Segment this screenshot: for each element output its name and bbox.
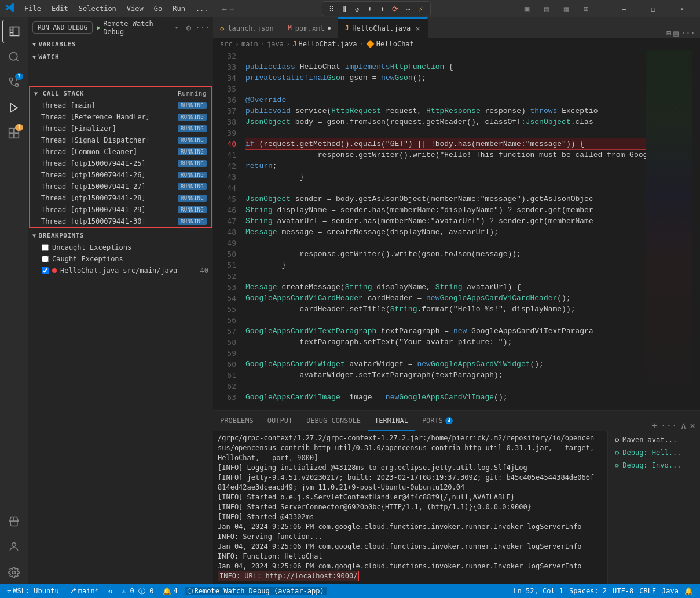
maven-panel-item[interactable]: ⚙ Maven-avat...: [613, 433, 695, 446]
debug-restart-btn[interactable]: ⟳: [390, 3, 401, 14]
terminal-line: Jan 04, 2024 9:25:06 PM com.google.cloud…: [218, 561, 603, 571]
layout-grid-btn[interactable]: ⊞: [577, 0, 595, 17]
debug-hotswap-btn[interactable]: ⋯: [402, 3, 414, 14]
panel-tab-terminal[interactable]: TERMINAL: [368, 411, 415, 431]
tab-close-icon[interactable]: ×: [415, 24, 420, 33]
activity-source-control[interactable]: 7: [2, 71, 25, 94]
debug-step-out-btn[interactable]: ⬆: [377, 3, 389, 14]
thread-item[interactable]: Thread [qtp1500079441-27] RUNNING: [30, 181, 211, 192]
line-number: 46: [218, 205, 236, 216]
status-wsl[interactable]: ⇌ WSL: Ubuntu: [5, 587, 61, 595]
split-editor-icon[interactable]: ⊞: [666, 28, 671, 38]
thread-item[interactable]: Thread [qtp1500079441-29] RUNNING: [30, 204, 211, 216]
code-line: cardHeader.setTitle(String.format("Hello…: [245, 304, 646, 315]
panel-tab-debug-console[interactable]: DEBUG CONSOLE: [299, 411, 368, 431]
status-spaces[interactable]: Spaces: 2: [567, 587, 609, 595]
menu-go[interactable]: Go: [149, 3, 167, 14]
status-errors[interactable]: ⚠ 0 ⓘ 0: [119, 586, 156, 596]
watch-header[interactable]: ▼ WATCH: [28, 50, 213, 63]
tabs-more-icon[interactable]: ···: [681, 28, 695, 38]
tabs-layout-icon[interactable]: ▤: [673, 28, 678, 38]
status-branch[interactable]: ⎇ main*: [66, 587, 101, 595]
panel-tab-ports[interactable]: PORTS 4: [415, 411, 460, 431]
debug-pause-btn[interactable]: ⏸: [339, 3, 350, 14]
debug-step-over-btn[interactable]: ↺: [351, 3, 363, 14]
thread-item[interactable]: Thread [main] RUNNING: [30, 100, 211, 111]
status-language[interactable]: Java: [659, 587, 681, 595]
debug-hell-panel-item[interactable]: ⚙ Debug: Hell...: [613, 446, 695, 459]
panel-tab-output[interactable]: OUTPUT: [261, 411, 299, 431]
menu-view[interactable]: View: [122, 3, 148, 14]
thread-item[interactable]: Thread [qtp1500079441-26] RUNNING: [30, 169, 211, 181]
debug-invo-panel-item[interactable]: ⚙ Debug: Invo...: [613, 459, 695, 472]
status-notifications[interactable]: 🔔 4: [160, 587, 179, 595]
thread-item[interactable]: Thread [Finalizer] RUNNING: [30, 123, 211, 134]
thread-item[interactable]: Thread [Common-Cleaner] RUNNING: [30, 146, 211, 158]
layout-bottom-btn[interactable]: ▦: [558, 0, 575, 17]
activity-search[interactable]: [2, 45, 25, 68]
close-btn[interactable]: ×: [669, 0, 695, 17]
breakpoints-header[interactable]: ▼ BREAKPOINTS: [28, 229, 213, 242]
layout-btn[interactable]: ▣: [518, 0, 536, 17]
call-stack-header[interactable]: ▼ CALL STACK Running: [30, 87, 211, 100]
status-sync[interactable]: ↻: [106, 587, 115, 595]
run-debug-button[interactable]: RUN AND DEBUG: [32, 21, 93, 34]
status-encoding[interactable]: UTF-8: [610, 587, 636, 595]
activity-debug[interactable]: [2, 96, 25, 119]
tab-hellochat-java[interactable]: J HelloChat.java ×: [338, 17, 428, 38]
minimize-btn[interactable]: —: [611, 0, 637, 17]
debug-continue-btn[interactable]: ⠿: [326, 3, 338, 14]
status-remote[interactable]: ⬡ Remote Watch Debug (avatar-app): [185, 587, 327, 595]
menu-file[interactable]: File: [20, 3, 46, 14]
editor-scrollbar[interactable]: [692, 50, 700, 410]
close-panel-btn[interactable]: ×: [690, 420, 695, 431]
activity-testing[interactable]: [2, 510, 25, 533]
menu-edit[interactable]: Edit: [47, 3, 73, 14]
code-line: avatarWidget.setTextParagraph(textParagr…: [245, 370, 646, 381]
code-content[interactable]: public class HelloChat implements HttpFu…: [241, 50, 646, 410]
breakpoint-item[interactable]: HelloChat.java src/main/java40: [28, 265, 213, 276]
breadcrumb-src[interactable]: src: [220, 40, 233, 48]
split-terminal-btn[interactable]: ···: [661, 420, 677, 431]
breadcrumb-java[interactable]: java: [267, 40, 284, 48]
debug-step-into-btn[interactable]: ⬇: [364, 3, 376, 14]
debug-lightning-btn[interactable]: ⚡: [415, 3, 427, 14]
breadcrumb-main[interactable]: main: [241, 40, 258, 48]
nav-forward[interactable]: →: [229, 4, 234, 13]
more-actions-icon[interactable]: ···: [197, 22, 208, 34]
encoding-label: UTF-8: [613, 587, 633, 595]
status-bell[interactable]: 🔔: [682, 587, 695, 595]
menu-more[interactable]: ...: [191, 3, 213, 14]
maximize-panel-btn[interactable]: ∧: [681, 420, 687, 431]
breakpoint-item[interactable]: Caught Exceptions: [28, 253, 213, 265]
thread-item[interactable]: Thread [qtp1500079441-30] RUNNING: [30, 216, 211, 227]
line-number: 56: [218, 315, 236, 326]
tab-pom-xml[interactable]: M pom.xml ●: [281, 17, 338, 38]
thread-item[interactable]: Thread [Reference Handler] RUNNING: [30, 111, 211, 123]
breadcrumb-file[interactable]: J HelloChat.java: [292, 40, 357, 48]
menu-run[interactable]: Run: [168, 3, 190, 14]
debug-config-dropdown[interactable]: ▶ Remote Watch Debug ▾: [97, 20, 178, 36]
breadcrumb-symbol[interactable]: 🔶 HelloChat: [366, 40, 414, 48]
tab-launch-json[interactable]: ⚙ launch.json: [213, 17, 281, 38]
activity-extensions[interactable]: 1: [2, 122, 25, 145]
status-eol[interactable]: CRLF: [637, 587, 658, 595]
nav-back[interactable]: ←: [222, 4, 227, 13]
activity-settings[interactable]: [2, 561, 25, 584]
panel-tab-problems[interactable]: PROBLEMS: [213, 411, 261, 431]
maximize-btn[interactable]: □: [640, 0, 666, 17]
terminal-content[interactable]: /grpc/grpc-context/1.27.2/grpc-context-1…: [213, 431, 607, 584]
ports-badge: 4: [445, 417, 453, 424]
variables-header[interactable]: ▼ VARIABLES: [28, 38, 213, 50]
thread-item[interactable]: Thread [qtp1500079441-28] RUNNING: [30, 192, 211, 204]
activity-explorer[interactable]: [2, 20, 25, 43]
layout-side-btn[interactable]: ▤: [538, 0, 555, 17]
thread-item[interactable]: Thread [qtp1500079441-25] RUNNING: [30, 158, 211, 169]
add-terminal-btn[interactable]: +: [651, 420, 657, 431]
activity-account[interactable]: [2, 535, 25, 559]
status-position[interactable]: Ln 52, Col 1: [511, 587, 566, 595]
breakpoint-item[interactable]: Uncaught Exceptions: [28, 242, 213, 253]
settings-icon[interactable]: ⚙: [183, 22, 195, 34]
menu-selection[interactable]: Selection: [74, 3, 121, 14]
thread-item[interactable]: Thread [Signal Dispatcher] RUNNING: [30, 134, 211, 146]
